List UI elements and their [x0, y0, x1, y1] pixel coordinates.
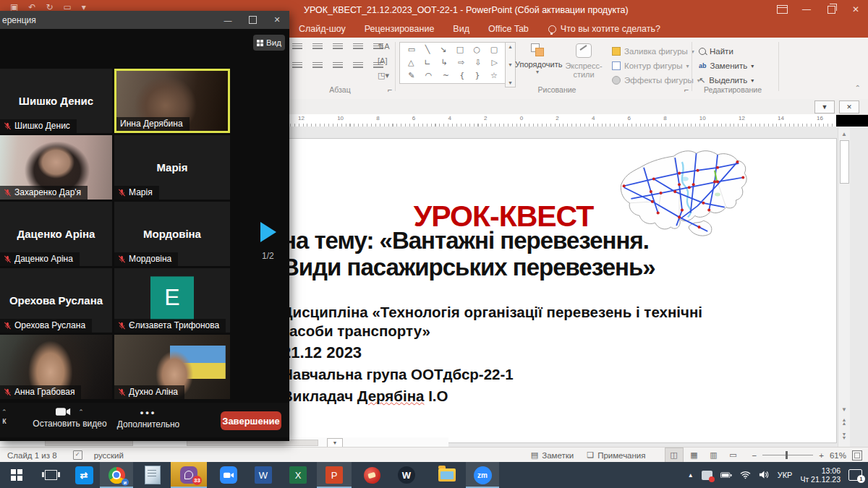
reading-view-icon[interactable]: ▥ [705, 448, 723, 462]
zoom-in-icon[interactable]: + [819, 451, 824, 460]
audio-button-partial[interactable]: ⌃ к [1, 408, 7, 426]
ruler-tick: 12 [298, 115, 305, 121]
restore-button[interactable] [819, 0, 843, 19]
waterfox-icon[interactable]: W [391, 462, 422, 488]
shapes-gallery-scroll[interactable]: ▲▼▼ [505, 42, 516, 87]
participant-tile[interactable]: Марія Марія [114, 135, 230, 200]
comments-button[interactable]: ❏Примечания [587, 450, 645, 460]
slide-sorter-view-icon[interactable]: ▦ [686, 448, 703, 462]
shape-outline-button[interactable]: Контур фигуры▾ [612, 59, 700, 73]
wifi-icon[interactable] [740, 471, 751, 479]
end-meeting-button[interactable]: Завершение [221, 411, 281, 430]
slideshow-view-icon[interactable]: ▭ [725, 448, 742, 462]
language-indicator[interactable]: русский [94, 451, 124, 460]
tab-view[interactable]: Вид [443, 20, 479, 38]
zoom-close-icon[interactable]: ✕ [265, 11, 289, 29]
word-icon[interactable]: W [247, 462, 279, 488]
teamviewer-icon[interactable]: ⇄ [69, 462, 98, 488]
fit-slide-icon[interactable] [852, 450, 862, 461]
zoom-percentage[interactable]: 61% [830, 451, 846, 460]
text-direction-icon[interactable]: ⇅A [378, 42, 390, 56]
bullets-icon[interactable] [292, 43, 302, 51]
participant-tile[interactable]: Захаренко Дар'я [0, 135, 112, 200]
normal-view-icon[interactable]: ◫ [665, 448, 684, 463]
align-right-icon[interactable] [333, 62, 343, 69]
viber-icon[interactable]: 33 [171, 462, 207, 488]
tab-list-dropdown-icon[interactable]: ▼ [814, 100, 835, 114]
align-center-icon[interactable] [312, 62, 323, 69]
previous-slide-icon[interactable]: ▲▲ [840, 418, 848, 425]
ribbon-display-options-icon[interactable] [770, 0, 794, 19]
slide-body-text[interactable]: Дисципліна «Технологія організації перев… [282, 304, 788, 406]
align-text-icon[interactable]: [A] [378, 56, 390, 71]
participant-tile[interactable]: Шишко Денис Шишко Денис [0, 69, 112, 133]
participant-tile[interactable]: Анна Грабовая [0, 335, 112, 399]
participant-tile-active-speaker[interactable]: Инна Дерябина [114, 69, 230, 133]
drawing-dialog-launcher-icon[interactable]: ⌐ [684, 85, 689, 94]
tray-app-icon[interactable] [702, 471, 712, 480]
video-options-chevron-icon[interactable]: ⌃ [78, 408, 84, 416]
battery-icon[interactable] [720, 472, 732, 479]
smartart-icon[interactable]: ◳▾ [378, 71, 390, 85]
chrome-icon[interactable]: и [100, 462, 133, 488]
tab-review[interactable]: Рецензирование [355, 20, 444, 38]
tray-expand-icon[interactable]: ▲ [688, 472, 694, 479]
notes-button[interactable]: ▤Заметки [531, 450, 574, 460]
participant-tile[interactable]: Орехова Руслана Орехова Руслана [0, 268, 112, 333]
paragraph-dialog-launcher-icon[interactable]: ⌐ [388, 85, 392, 94]
language-indicator[interactable]: УКР [778, 471, 793, 479]
close-button[interactable]: ✕ [843, 0, 868, 19]
decrease-indent-icon[interactable] [333, 43, 343, 51]
red-circle-app-icon[interactable] [356, 462, 388, 488]
next-page-arrow[interactable] [260, 222, 276, 242]
zoom-out-icon[interactable]: − [752, 451, 757, 460]
justify-icon[interactable] [353, 62, 363, 69]
more-button[interactable]: ••• Дополнительно [109, 407, 188, 429]
zoom-slider-thumb[interactable] [786, 451, 788, 459]
minimize-button[interactable]: — [794, 0, 819, 19]
zoom-tray-icon[interactable]: zm [466, 462, 499, 488]
replace-button[interactable]: abЗаменить▾ [699, 59, 754, 73]
quick-styles-button[interactable]: Экспресс- стили [563, 43, 605, 79]
scroll-up-icon[interactable]: ▲ [840, 129, 848, 138]
notepad-icon[interactable] [137, 462, 168, 488]
participant-tile[interactable]: Мордовіна Мордовіна [114, 202, 230, 266]
zoom-minimize-icon[interactable]: — [216, 11, 240, 29]
zoom-maximize-icon[interactable] [240, 11, 265, 29]
tab-office-tab[interactable]: Office Tab [479, 20, 538, 38]
stop-video-button[interactable]: ⌃ Остановить видео [17, 407, 122, 429]
increase-indent-icon[interactable] [353, 43, 363, 51]
slide[interactable]: УРОК-КВЕСТ на тему: «Вантажні перевезенн… [243, 139, 836, 442]
zoom-slider[interactable] [762, 455, 813, 455]
align-left-icon[interactable] [292, 62, 302, 69]
scroll-down-icon[interactable]: ▼ [840, 405, 848, 414]
spellcheck-icon[interactable]: ✓ [73, 450, 82, 460]
next-slide-icon[interactable]: ▼▼ [840, 432, 848, 440]
participant-tile[interactable]: Духно Аліна [114, 335, 230, 399]
participant-tile[interactable]: E Єлизавета Трифонова [114, 268, 230, 333]
file-explorer-icon[interactable] [431, 462, 463, 488]
tab-slideshow[interactable]: Слайд-шоу [289, 20, 355, 38]
vertical-scrollbar[interactable]: ▲ ▼ ▲▲ ▼▼ [838, 127, 850, 447]
arrange-button[interactable]: Упорядочить ▾ [515, 43, 560, 75]
excel-icon[interactable]: X [282, 462, 314, 488]
volume-icon[interactable] [759, 471, 770, 479]
taskbar-clock[interactable]: 13:06 Чт 21.12.23 [800, 466, 841, 484]
tell-me-box[interactable]: Что вы хотите сделать? [548, 24, 660, 34]
scrollbar-thumb[interactable] [840, 140, 849, 184]
shapes-gallery[interactable]: ▭╲↘□○▢ △∟↳⇨⇩▷ ✎◠~{}☆ ▲▼▼ [399, 42, 506, 84]
slide-topic[interactable]: на тему: «Вантажні перевезення. Види пас… [282, 227, 803, 281]
tab-close-icon[interactable]: ✕ [839, 100, 859, 114]
find-button[interactable]: Найти [699, 44, 754, 59]
participant-tile[interactable]: Даценко Аріна Даценко Аріна [0, 202, 112, 266]
start-button[interactable] [0, 462, 33, 488]
task-view-button[interactable] [36, 462, 65, 488]
numbering-icon[interactable] [312, 43, 323, 51]
muted-mic-icon [4, 255, 12, 263]
view-button[interactable]: Вид [253, 35, 285, 51]
powerpoint-icon[interactable]: P [317, 462, 352, 488]
collapse-ribbon-icon[interactable]: ⌃ [855, 84, 861, 92]
zoom-app-icon[interactable] [213, 462, 244, 488]
shape-fill-button[interactable]: Заливка фигуры▾ [612, 44, 700, 59]
action-center-icon[interactable]: 1 [848, 469, 862, 481]
